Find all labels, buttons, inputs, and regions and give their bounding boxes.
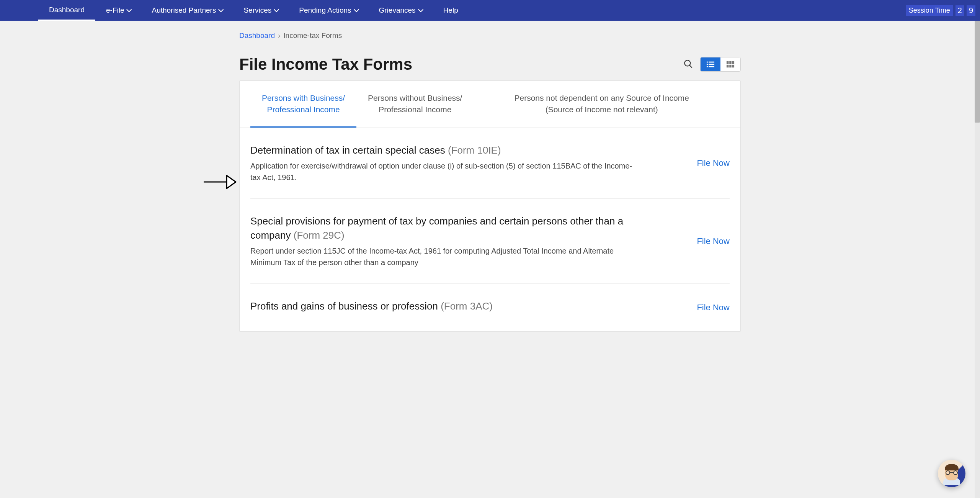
nav-efile[interactable]: e-File bbox=[95, 0, 141, 21]
chevron-down-icon bbox=[418, 7, 423, 12]
form-desc: Report under section 115JC of the Income… bbox=[250, 245, 633, 268]
nav-label: Help bbox=[443, 6, 458, 15]
breadcrumb-root[interactable]: Dashboard bbox=[239, 31, 275, 40]
form-title: Profits and gains of business or profess… bbox=[250, 299, 633, 313]
file-now-link[interactable]: File Now bbox=[697, 158, 730, 168]
tabs: Persons with Business/ Professional Inco… bbox=[240, 81, 740, 128]
nav-dashboard[interactable]: Dashboard bbox=[38, 0, 95, 21]
tab-line2: Professional Income bbox=[262, 104, 345, 115]
chevron-down-icon bbox=[218, 7, 224, 12]
tab-business-income[interactable]: Persons with Business/ Professional Inco… bbox=[250, 81, 356, 128]
svg-rect-4 bbox=[707, 64, 708, 65]
form-code: (Form 29C) bbox=[294, 229, 345, 241]
form-title-text: Determination of tax in certain special … bbox=[250, 144, 445, 156]
grid-view-button[interactable] bbox=[720, 57, 740, 71]
nav-label: Authorised Partners bbox=[152, 6, 216, 15]
grid-icon bbox=[726, 61, 735, 68]
form-title: Determination of tax in certain special … bbox=[250, 143, 633, 157]
tab-line2: (Source of Income not relevant) bbox=[485, 104, 718, 115]
svg-rect-11 bbox=[727, 65, 729, 67]
form-row: Special provisions for payment of tax by… bbox=[250, 199, 730, 284]
form-code: (Form 10IE) bbox=[448, 144, 501, 156]
tab-no-source-income[interactable]: Persons not dependent on any Source of I… bbox=[474, 81, 730, 128]
view-toggle bbox=[700, 57, 741, 72]
form-desc: Application for exercise/withdrawal of o… bbox=[250, 160, 633, 183]
svg-line-1 bbox=[689, 65, 692, 68]
breadcrumb-separator: › bbox=[278, 31, 280, 40]
content-card: Persons with Business/ Professional Inco… bbox=[239, 80, 741, 332]
nav-authorised-partners[interactable]: Authorised Partners bbox=[141, 0, 233, 21]
session-timer: Session Time 2 9 bbox=[906, 5, 980, 16]
form-text: Profits and gains of business or profess… bbox=[250, 299, 633, 316]
form-text: Special provisions for payment of tax by… bbox=[250, 214, 633, 268]
tab-without-business-income[interactable]: Persons without Business/ Professional I… bbox=[356, 81, 474, 128]
title-tools bbox=[681, 57, 741, 72]
nav-label: e-File bbox=[106, 6, 124, 15]
session-digit: 9 bbox=[967, 5, 975, 16]
svg-rect-12 bbox=[729, 65, 732, 67]
svg-rect-3 bbox=[709, 62, 714, 63]
form-title-text: Profits and gains of business or profess… bbox=[250, 300, 438, 312]
svg-rect-7 bbox=[709, 66, 714, 67]
list-icon bbox=[706, 61, 715, 68]
nav-label: Grievances bbox=[379, 6, 416, 15]
tab-line1: Persons without Business/ bbox=[368, 92, 462, 104]
nav-label: Pending Actions bbox=[299, 6, 351, 15]
nav-label: Dashboard bbox=[49, 6, 85, 14]
breadcrumb: Dashboard › Income-tax Forms bbox=[239, 21, 741, 40]
form-row: Profits and gains of business or profess… bbox=[250, 284, 730, 331]
forms-list: Determination of tax in certain special … bbox=[240, 128, 740, 332]
tab-line1: Persons not dependent on any Source of I… bbox=[485, 92, 718, 104]
scrollbar[interactable] bbox=[975, 0, 980, 347]
svg-rect-2 bbox=[707, 62, 708, 63]
session-digit: 2 bbox=[956, 5, 964, 16]
chevron-down-icon bbox=[354, 7, 359, 12]
pointer-arrow-icon bbox=[203, 173, 237, 192]
page-title: File Income Tax Forms bbox=[239, 55, 412, 74]
svg-point-0 bbox=[684, 60, 690, 66]
svg-rect-8 bbox=[727, 61, 729, 64]
nav-services[interactable]: Services bbox=[233, 0, 288, 21]
tab-line1: Persons with Business/ bbox=[262, 92, 345, 104]
svg-rect-9 bbox=[729, 61, 732, 64]
chevron-down-icon bbox=[127, 7, 132, 12]
form-title: Special provisions for payment of tax by… bbox=[250, 214, 633, 242]
search-icon bbox=[683, 59, 693, 69]
svg-rect-6 bbox=[707, 66, 708, 67]
svg-rect-13 bbox=[732, 65, 735, 67]
chevron-down-icon bbox=[274, 7, 279, 12]
svg-rect-10 bbox=[732, 61, 735, 64]
file-now-link[interactable]: File Now bbox=[697, 236, 730, 246]
nav-pending-actions[interactable]: Pending Actions bbox=[288, 0, 368, 21]
tab-line2: Professional Income bbox=[368, 104, 462, 115]
svg-rect-5 bbox=[709, 64, 714, 65]
form-text: Determination of tax in certain special … bbox=[250, 143, 633, 183]
file-now-link[interactable]: File Now bbox=[697, 303, 730, 313]
nav-help[interactable]: Help bbox=[433, 0, 469, 21]
nav-label: Services bbox=[243, 6, 271, 15]
session-label: Session Time bbox=[906, 5, 953, 16]
list-view-button[interactable] bbox=[701, 57, 720, 71]
search-button[interactable] bbox=[681, 57, 696, 72]
top-nav: Dashboard e-File Authorised Partners Ser… bbox=[0, 0, 980, 21]
nav-grievances[interactable]: Grievances bbox=[368, 0, 433, 21]
breadcrumb-current: Income-tax Forms bbox=[283, 31, 342, 40]
form-row: Determination of tax in certain special … bbox=[250, 128, 730, 199]
form-code: (Form 3AC) bbox=[441, 300, 493, 312]
